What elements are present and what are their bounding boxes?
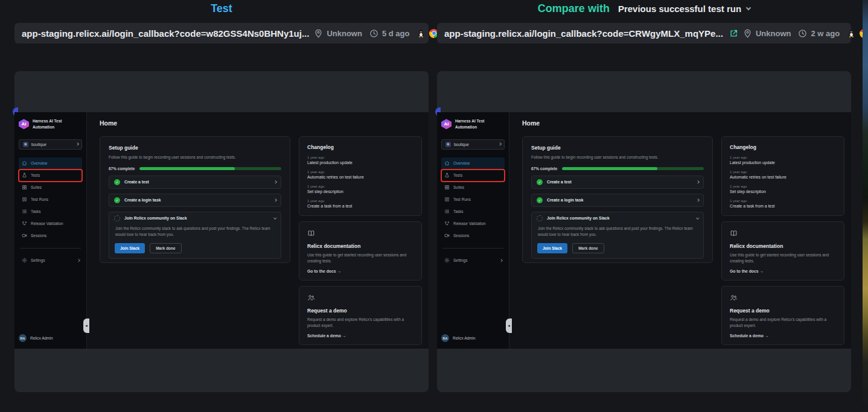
schedule-demo-link[interactable]: Schedule a demo → bbox=[730, 334, 836, 338]
url-bar-right[interactable]: app-staging.relicx.ai/login_callback?cod… bbox=[437, 23, 851, 43]
clock-icon bbox=[798, 29, 807, 38]
sidebar-item-release-validation[interactable]: Release Validation bbox=[19, 218, 82, 230]
age-label: 5 d ago bbox=[382, 29, 410, 38]
compare-run-value: Previous successful test run bbox=[618, 4, 741, 14]
sidebar-item-label: Sessions bbox=[453, 233, 469, 238]
sidebar-divider bbox=[20, 248, 81, 249]
video-icon bbox=[444, 233, 450, 238]
linux-os-icon bbox=[416, 29, 426, 38]
chevron-right-icon bbox=[75, 143, 78, 146]
circle-outline-icon bbox=[114, 215, 120, 221]
linux-os-icon bbox=[847, 29, 856, 38]
card-title: Changelog bbox=[730, 144, 836, 150]
sidebar-item-test-runs[interactable]: Test Runs bbox=[441, 194, 505, 206]
sidebar-item-sessions[interactable]: Sessions bbox=[441, 230, 505, 242]
check-circle-icon: ✓ bbox=[537, 197, 543, 203]
changelog-card: Changelog 1 year ago Latest production u… bbox=[299, 136, 422, 216]
screenshot-panel-left: AI Harness AI Test Automation B boutique… bbox=[14, 71, 429, 392]
sidebar-item-tasks[interactable]: Tasks bbox=[19, 206, 82, 218]
sidebar-item-settings[interactable]: Settings bbox=[19, 255, 82, 267]
sidebar-item-settings[interactable]: Settings bbox=[441, 255, 505, 267]
mark-done-button[interactable]: Mark done bbox=[150, 243, 182, 253]
sidebar-item-suites[interactable]: Suites bbox=[19, 182, 82, 194]
changelog-entry: 1 year ago Set step description bbox=[730, 185, 836, 194]
location-label: Unknown bbox=[756, 29, 791, 38]
card-description: Use this guide to get started recording … bbox=[730, 252, 836, 264]
list-icon bbox=[22, 209, 27, 214]
changelog-entry: 1 year ago Latest production update bbox=[307, 156, 413, 165]
user-name: Relicx Admin bbox=[453, 336, 476, 340]
compare-header: Compare with Previous successful test ru… bbox=[437, 0, 851, 17]
sidebar-item-sessions[interactable]: Sessions bbox=[19, 230, 82, 242]
join-slack-button[interactable]: Join Slack bbox=[537, 243, 567, 253]
project-initial-badge: B bbox=[445, 142, 451, 147]
setup-item-join-slack[interactable]: Join Relicx community on Slack Join the … bbox=[531, 212, 704, 259]
setup-item-create-test[interactable]: ✓ Create a test bbox=[109, 176, 281, 189]
right-column: Changelog 1 year ago Latest production u… bbox=[299, 136, 422, 345]
app-sidebar: AI Harness AI Test Automation B boutique… bbox=[437, 112, 509, 349]
brand-name: Harness AI Test Automation bbox=[33, 118, 72, 130]
request-demo-card: Request a demo Request a demo and explor… bbox=[299, 286, 422, 345]
go-to-docs-link[interactable]: Go to the docs → bbox=[307, 269, 413, 273]
changelog-entry: 1 year ago Automatic retries on test fai… bbox=[307, 170, 413, 179]
chevron-right-icon bbox=[498, 143, 501, 146]
go-to-docs-link[interactable]: Go to the docs → bbox=[730, 269, 836, 273]
setup-item-join-slack[interactable]: Join Relicx community on Slack Join the … bbox=[109, 212, 281, 259]
progress-row: 67% complete bbox=[531, 166, 704, 171]
grid-icon bbox=[22, 185, 27, 190]
chevron-down-icon bbox=[273, 216, 276, 219]
chevron-right-icon bbox=[273, 198, 276, 201]
sidebar-item-overview[interactable]: Overview bbox=[19, 157, 82, 170]
book-icon bbox=[730, 229, 738, 237]
progress-row: 67% complete bbox=[109, 166, 281, 171]
project-selector[interactable]: B boutique bbox=[19, 139, 82, 150]
url-bar-left[interactable]: app-staging.relicx.ai/login_callback?cod… bbox=[14, 23, 429, 43]
right-column: Changelog 1 year ago Latest production u… bbox=[721, 136, 844, 345]
sidebar-item-tests[interactable]: Tests bbox=[441, 170, 505, 182]
harness-logo: AI bbox=[19, 119, 29, 129]
card-description: Use this guide to get started recording … bbox=[307, 252, 413, 264]
sidebar-item-tests[interactable]: Tests bbox=[19, 170, 82, 182]
location-label: Unknown bbox=[327, 29, 362, 38]
brand: AI Harness AI Test Automation bbox=[19, 118, 82, 130]
sidebar-item-release-validation[interactable]: Release Validation bbox=[441, 218, 505, 230]
compare-run-selector[interactable]: Previous successful test run bbox=[618, 4, 750, 14]
columns-icon bbox=[444, 197, 450, 202]
people-icon bbox=[730, 294, 738, 302]
chevron-right-icon bbox=[273, 180, 276, 183]
documentation-card: Relicx documentation Use this guide to g… bbox=[721, 221, 844, 280]
sidebar-item-label: Test Runs bbox=[453, 197, 471, 201]
location-pin-icon bbox=[743, 29, 752, 38]
slack-description: Join the Relicx community slack to ask q… bbox=[538, 226, 697, 238]
external-link-icon[interactable] bbox=[729, 29, 738, 38]
user-account[interactable]: RA Relicx Admin bbox=[441, 334, 476, 342]
sidebar-item-label: Test Runs bbox=[31, 197, 48, 201]
request-demo-card: Request a demo Request a demo and explor… bbox=[721, 286, 844, 345]
gear-icon bbox=[444, 258, 450, 263]
collapse-sidebar-handle[interactable]: ◂ bbox=[83, 319, 89, 333]
mark-done-button[interactable]: Mark done bbox=[572, 243, 604, 253]
sidebar-item-tasks[interactable]: Tasks bbox=[441, 206, 505, 218]
setup-item-create-test[interactable]: ✓ Create a test bbox=[531, 176, 704, 189]
sidebar-item-test-runs[interactable]: Test Runs bbox=[19, 194, 82, 206]
setup-item-create-login-task[interactable]: ✓ Create a login task bbox=[531, 194, 704, 207]
check-circle-icon: ✓ bbox=[114, 197, 120, 203]
project-selector[interactable]: B boutique bbox=[441, 139, 505, 150]
page-title: Home bbox=[522, 119, 540, 127]
chevron-right-icon bbox=[499, 259, 502, 262]
progress-fill bbox=[562, 167, 657, 170]
sidebar-item-label: Overview bbox=[31, 161, 47, 165]
sidebar-item-label: Release Validation bbox=[31, 221, 63, 226]
collapse-sidebar-handle[interactable]: ◂ bbox=[506, 319, 512, 333]
user-account[interactable]: RA Relicx Admin bbox=[19, 334, 53, 342]
sidebar-item-label: Tasks bbox=[31, 209, 41, 214]
sidebar-divider bbox=[442, 248, 503, 249]
join-slack-button[interactable]: Join Slack bbox=[115, 243, 145, 253]
setup-item-create-login-task[interactable]: ✓ Create a login task bbox=[109, 194, 281, 207]
setup-guide-card: Setup guide Follow this guide to begin r… bbox=[522, 136, 713, 263]
schedule-demo-link[interactable]: Schedule a demo → bbox=[307, 334, 413, 338]
sidebar-item-overview[interactable]: Overview bbox=[441, 157, 505, 170]
sidebar-item-suites[interactable]: Suites bbox=[441, 182, 505, 194]
progress-bar bbox=[562, 167, 704, 170]
changelog-entry: 1 year ago Create a task from a test bbox=[307, 199, 413, 208]
